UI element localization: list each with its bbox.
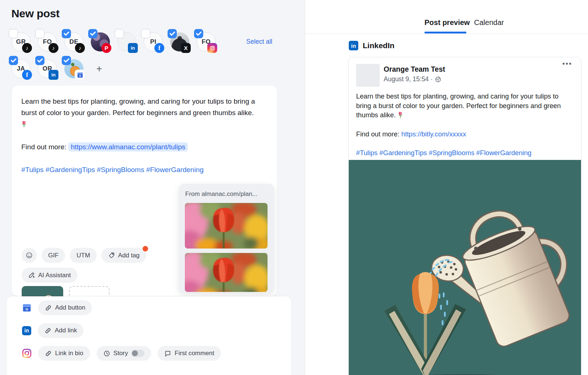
account-cell: G [64,59,83,78]
post-text-editor[interactable]: Learn the best tips for planting, growin… [21,96,261,175]
story-toggle[interactable] [131,350,144,357]
preview-post-image[interactable] [349,160,581,375]
utm-button[interactable]: UTM [70,248,97,263]
account-checkbox[interactable] [62,56,71,65]
tulip-emoji-icon [398,111,403,118]
page-title: New post [11,7,60,20]
account-picker: GR♪FO♪DE♪PinPIfXFO JAfORinG+ [11,32,239,86]
instagram-row: Link in bio Story First comment [22,346,221,361]
link-icon [44,327,51,334]
ai-assistant-button[interactable]: AI Assistant [22,268,78,283]
pinterest-badge-icon: P [101,43,111,53]
tab-calendar[interactable]: Calendar [474,18,504,27]
tiktok-badge-icon: ♪ [49,43,58,53]
preview-body: Learn the best tips for planting, growin… [356,92,574,158]
tab-post-preview[interactable]: Post preview [424,18,470,27]
instagram-icon [22,349,32,358]
account-row-2: JAfORinG+ [11,59,239,78]
account-cell: X [170,32,189,51]
linkedin-icon: in [349,41,358,50]
account-checkbox[interactable] [168,29,177,38]
ai-assistant-row: AI Assistant [22,268,78,283]
link-icon [45,304,52,311]
account-cell: PIf [144,32,163,51]
comment-bubble-icon [164,350,171,357]
account-cell: JAf [11,59,31,78]
account-checkbox[interactable] [9,29,18,38]
post-menu-button[interactable]: ••• [562,60,572,68]
linkedin-post-preview-card: Orange Team Test August 9, 15:54 · ••• L… [348,57,581,375]
app-window: New post Select all GR♪FO♪DE♪PinPIfXFO J… [0,0,588,375]
find-out-more-label: Find out more: [356,130,399,138]
account-cell: in [117,32,136,51]
post-hashtags: #Tulips #GardeningTips #SpringBlooms #Fl… [21,164,261,175]
svg-text:G: G [25,307,28,311]
post-link[interactable]: https://www.almanac.com/plant/tulips [68,142,188,151]
smiley-icon [26,252,33,259]
account-cell: FO♪ [38,32,57,51]
account-checkbox[interactable] [141,29,150,38]
linkedin-badge-icon: in [49,70,58,80]
post-link-line: Find out more: https://www.almanac.com/p… [21,141,261,153]
emoji-button[interactable] [22,248,37,263]
notification-dot [143,246,148,251]
account-cell: P [91,32,110,51]
network-header: in LinkedIn [349,41,394,50]
facebook-badge-icon: f [154,43,164,53]
google-business-row: G Add button [22,300,92,315]
network-options-footer: G Add button in [7,296,291,375]
select-all-link[interactable]: Select all [246,38,272,46]
tiktok-badge-icon: ♪ [75,43,85,53]
network-name: LinkedIn [363,41,394,50]
preview-link[interactable]: https://bitly.com/xxxxx [401,130,466,138]
account-checkbox[interactable] [35,56,44,65]
ai-pen-icon [28,272,35,279]
linkedin-icon: in [22,326,31,335]
tabbar-divider [305,33,588,34]
preview-hashtags: #Tulips #GardeningTips #SpringBlooms #Fl… [356,148,574,158]
account-checkbox[interactable] [9,56,18,65]
account-checkbox[interactable] [115,29,124,38]
account-cell: FO [197,32,216,51]
instagram-badge-icon [207,43,217,53]
globe-icon [435,76,441,83]
post-timestamp: August 9, 15:54 · [384,75,441,83]
story-clock-icon [103,350,110,357]
account-checkbox[interactable] [88,29,97,38]
account-row-1: GR♪FO♪DE♪PinPIfXFO [11,32,239,51]
post-body-text: Learn the best tips for planting, growin… [21,96,261,130]
tiktok-badge-icon: ♪ [22,43,32,53]
preview-panel: Post preview Calendar in LinkedIn Orange… [305,0,588,375]
account-cell: DE♪ [64,32,83,51]
add-account-button[interactable]: + [94,63,105,74]
author-avatar-placeholder [356,64,380,87]
link-in-bio-pill[interactable]: Link in bio [38,346,90,361]
account-checkbox[interactable] [194,29,203,38]
preview-link-line: Find out more: https://bitly.com/xxxxx [356,129,574,139]
account-cell: ORin [38,59,57,78]
link-photo-2[interactable] [185,253,268,292]
facebook-badge-icon: f [22,70,32,80]
linkedin-badge-icon: in [128,43,138,53]
gif-button[interactable]: GIF [42,248,65,263]
account-checkbox[interactable] [62,29,71,38]
add-link-pill[interactable]: Add link [38,323,83,338]
add-button-pill[interactable]: Add button [38,300,92,315]
link-source-title: From almanac.com/plan... [185,190,268,198]
author-name: Orange Team Test [384,65,445,74]
tulip-emoji-icon [21,121,27,128]
account-checkbox[interactable] [35,29,44,38]
google-business-icon: G [22,303,32,312]
linkedin-row: in Add link [22,323,83,338]
google-badge-icon: G [75,70,85,80]
first-comment-pill[interactable]: First comment [158,346,221,361]
link-preview-source-card[interactable]: From almanac.com/plan... [179,184,274,293]
x-badge-icon: X [181,43,191,53]
composer-panel: New post Select all GR♪FO♪DE♪PinPIfXFO J… [0,0,305,375]
svg-text:G: G [79,74,81,77]
link-icon [45,350,52,357]
tag-icon [108,252,115,259]
add-tag-button[interactable]: Add tag [101,248,146,263]
link-photo-1[interactable] [185,203,268,249]
story-pill[interactable]: Story [97,346,151,361]
